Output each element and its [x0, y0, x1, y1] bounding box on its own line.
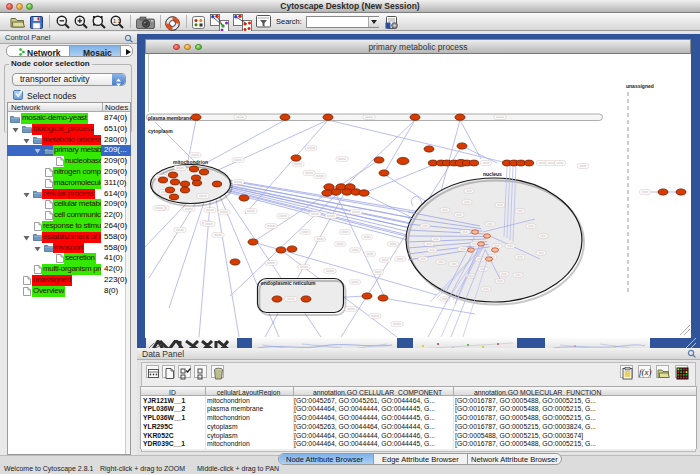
svg-text:1:1: 1:1 [113, 18, 121, 24]
svg-text:nucleus: nucleus [483, 171, 502, 177]
svg-text:mitochondrion: mitochondrion [173, 159, 208, 165]
svg-text:unassigned: unassigned [626, 83, 654, 89]
svg-text:plasma membrane: plasma membrane [148, 115, 192, 121]
svg-text:endoplasmic reticulum: endoplasmic reticulum [261, 280, 316, 286]
svg-text:cytoplasm: cytoplasm [148, 128, 173, 134]
